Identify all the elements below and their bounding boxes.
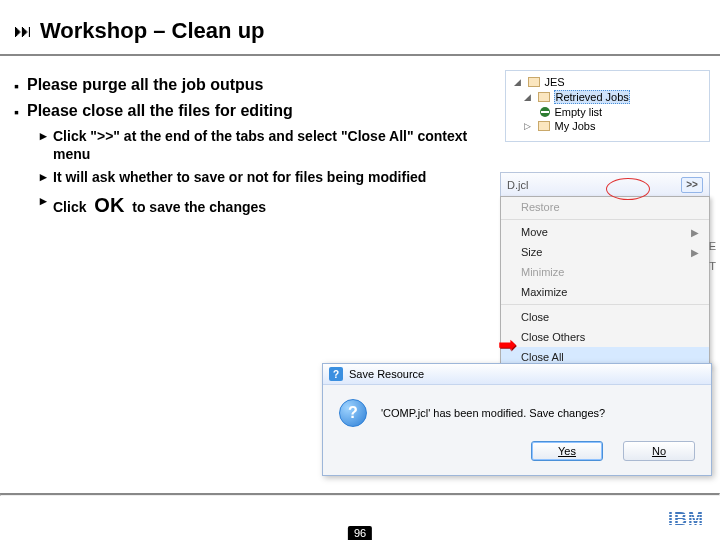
- bullet-text: Please purge all the job outpus: [27, 76, 263, 94]
- context-menu: Restore Move▶ Size▶ Minimize Maximize Cl…: [500, 196, 710, 368]
- ctx-close-others[interactable]: Close Others: [501, 327, 709, 347]
- dialog-app-icon: ?: [329, 367, 343, 381]
- yes-button[interactable]: Yes: [531, 441, 603, 461]
- ctx-close[interactable]: Close: [501, 307, 709, 327]
- tree-label: Empty list: [554, 106, 602, 118]
- submenu-arrow-icon: ▶: [691, 227, 699, 238]
- red-arrow-icon: ➡: [498, 332, 516, 358]
- bullet-purge: ▪ Please purge all the job outpus: [14, 76, 495, 96]
- overflow-chevron-button[interactable]: >>: [681, 177, 703, 193]
- twisty-closed-icon: ▷: [524, 121, 534, 131]
- title-play-icon: ⏭: [14, 21, 32, 42]
- page-number: 96: [348, 526, 372, 540]
- bullet-square-icon: ▪: [14, 76, 19, 96]
- tree-label: My Jobs: [554, 120, 595, 132]
- ctx-restore[interactable]: Restore: [501, 197, 709, 217]
- sub-bullet-text-a: Click: [53, 199, 90, 215]
- ctx-maximize[interactable]: Maximize: [501, 282, 709, 302]
- submenu-arrow-icon: ▶: [691, 247, 699, 258]
- bullet-close-files: ▪ Please close all the files for editing: [14, 102, 495, 122]
- sub-bullet-text: Click ">>" at the end of the tabs and se…: [53, 128, 495, 163]
- bullet-square-icon: ▪: [14, 102, 19, 122]
- editor-tabbar-fragment: D.jcl >>: [500, 172, 710, 196]
- ctx-move[interactable]: Move▶: [501, 222, 709, 242]
- letter-t: T: [709, 256, 716, 276]
- letter-e: E: [709, 236, 716, 256]
- bullet-arrow-icon: ▸: [40, 193, 47, 209]
- bullet-arrow-icon: ▸: [40, 128, 47, 144]
- tree-node-empty[interactable]: Empty list: [510, 105, 705, 119]
- title-divider: [0, 54, 720, 56]
- sub-bullet-click-tabs: ▸ Click ">>" at the end of the tabs and …: [40, 128, 495, 163]
- tree-label: Retrieved Jobs: [554, 90, 629, 104]
- empty-icon: [540, 107, 550, 117]
- no-button[interactable]: No: [623, 441, 695, 461]
- save-resource-dialog: ? Save Resource ? 'COMP.jcl' has been mo…: [322, 363, 712, 476]
- question-icon: ?: [339, 399, 367, 427]
- tab-name-fragment: D.jcl: [507, 179, 528, 191]
- folder-icon: [538, 121, 550, 131]
- page-title: Workshop – Clean up: [40, 18, 265, 44]
- dialog-titlebar: ? Save Resource: [323, 364, 711, 385]
- dialog-title-text: Save Resource: [349, 368, 424, 380]
- tree-label: JES: [544, 76, 564, 88]
- tree-node-jes[interactable]: ◢ JES: [510, 75, 705, 89]
- ctx-size[interactable]: Size▶: [501, 242, 709, 262]
- ibm-logo: IBM: [668, 509, 704, 530]
- jes-tree-panel: ◢ JES ◢ Retrieved Jobs Empty list ▷ My J…: [505, 70, 710, 142]
- ctx-minimize[interactable]: Minimize: [501, 262, 709, 282]
- sub-bullet-text: It will ask whether to save or not for f…: [53, 169, 426, 187]
- dialog-message: 'COMP.jcl' has been modified. Save chang…: [381, 407, 605, 419]
- ok-emphasis: OK: [90, 194, 128, 216]
- footer-divider: [0, 493, 720, 496]
- twisty-open-icon: ◢: [524, 92, 534, 102]
- truncated-right-letters: E T: [709, 236, 716, 276]
- bullet-text: Please close all the files for editing: [27, 102, 293, 120]
- tree-node-retrieved[interactable]: ◢ Retrieved Jobs: [510, 89, 705, 105]
- folder-icon: [528, 77, 540, 87]
- tree-node-myjobs[interactable]: ▷ My Jobs: [510, 119, 705, 133]
- sub-bullet-click-ok: ▸ Click OK to save the changes: [40, 193, 495, 218]
- bullet-arrow-icon: ▸: [40, 169, 47, 185]
- folder-icon: [538, 92, 550, 102]
- twisty-open-icon: ◢: [514, 77, 524, 87]
- sub-bullet-save-prompt: ▸ It will ask whether to save or not for…: [40, 169, 495, 187]
- sub-bullet-text-b: to save the changes: [132, 199, 266, 215]
